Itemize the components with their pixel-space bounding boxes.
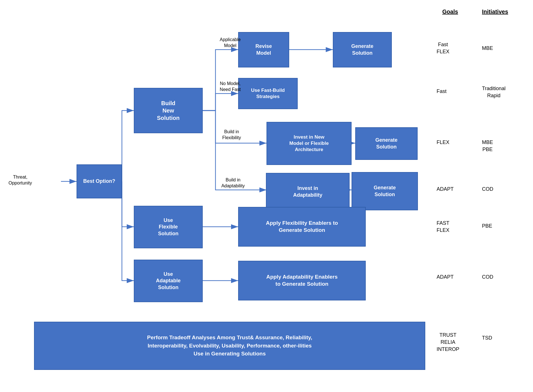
best-option-box: Best Option? [77, 164, 122, 198]
revise-model-box: ReviseModel [238, 32, 289, 67]
use-flexible-box: UseFlexibleSolution [134, 206, 203, 248]
initiatives-row1: MBE [482, 45, 493, 52]
goals-row3: FLEX [437, 139, 449, 146]
generate-solution-2-box: GenerateSolution [355, 127, 418, 160]
invest-new-model-box: Invest in NewModel or FlexibleArchitectu… [266, 122, 352, 165]
build-new-box: BuildNewSolution [134, 88, 203, 133]
goals-row6: ADAPT [437, 274, 454, 281]
generate-solution-3-box: GenerateSolution [352, 172, 418, 210]
initiatives-row4: COD [482, 186, 493, 193]
goals-header: Goals [442, 9, 458, 15]
initiatives-header: Initiatives [482, 9, 508, 15]
initiatives-row2: TraditionalRapid [482, 85, 505, 99]
build-in-adapt-label: Build inAdaptability [216, 177, 250, 189]
generate-solution-1-box: GenerateSolution [333, 32, 392, 67]
goals-row5: FASTFLEX [437, 220, 449, 234]
invest-adapt-box: Invest inAdaptability [266, 173, 350, 211]
applicable-model-label: ApplicableModel [216, 37, 244, 49]
diagram-container: Threat,Opportunity Best Option? BuildNew… [0, 0, 533, 392]
initiatives-row5: PBE [482, 223, 492, 230]
apply-flex-box: Apply Flexibility Enablers toGenerate So… [238, 207, 366, 247]
goals-row4: ADAPT [437, 186, 454, 193]
initiatives-row6: COD [482, 274, 493, 281]
initiatives-row3: MBEPBE [482, 139, 493, 153]
no-model-label: No Model,Need Fast [216, 81, 244, 93]
goals-row1: FastFLEX [437, 41, 449, 55]
fast-build-box: Use Fast-BuildStrategies [238, 78, 298, 109]
bottom-box: Perform Tradeoff Analyses Among Trust& A… [34, 322, 425, 370]
use-adaptable-box: UseAdaptableSolution [134, 260, 203, 302]
build-in-flex-label: Build inFlexibility [216, 129, 247, 141]
initiatives-row7: TSD [482, 334, 492, 342]
goals-row2: Fast [437, 88, 447, 95]
threat-label: Threat,Opportunity [9, 174, 32, 186]
goals-row7: TRUSTRELIAINTEROP [437, 332, 459, 353]
apply-adapt-box: Apply Adaptability Enablersto Generate S… [238, 261, 366, 300]
